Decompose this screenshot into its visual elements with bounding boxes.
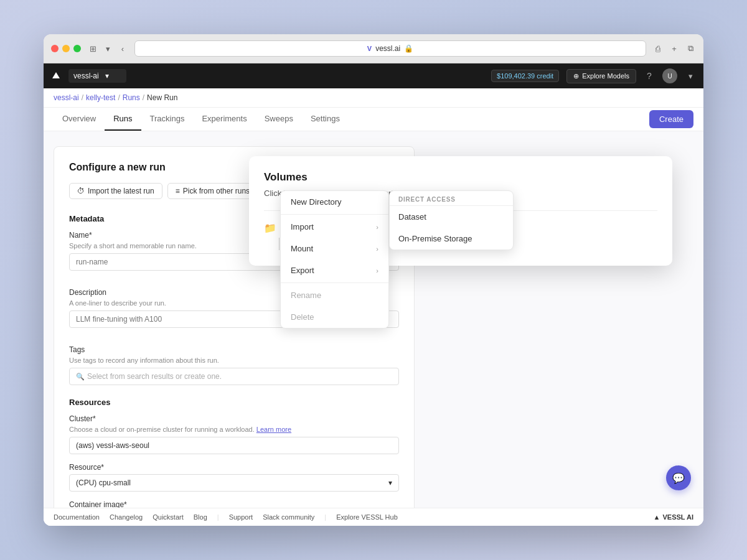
footer-support[interactable]: Support <box>229 513 253 521</box>
search-icon: 🔍 <box>76 373 85 381</box>
on-premise-submenu-item[interactable]: On-Premise Storage <box>390 228 513 250</box>
volumes-title: Volumes <box>264 171 657 184</box>
delete-label: Delete <box>291 312 314 322</box>
tab-settings[interactable]: Settings <box>302 108 349 131</box>
import-latest-button[interactable]: ⏱ Import the latest run <box>69 183 162 199</box>
tab-runs[interactable]: Runs <box>105 108 141 131</box>
chevron-down-icon[interactable]: ▾ <box>102 43 113 54</box>
vessl-logo-icon: ▲ <box>654 513 660 521</box>
top-navigation: vessl-ai ▾ $109,402.39 credit ⊕ Explore … <box>44 63 703 88</box>
org-name: vessl-ai <box>73 72 99 80</box>
explore-models-button[interactable]: ⊕ Explore Models <box>566 69 636 83</box>
svg-marker-0 <box>52 72 60 78</box>
vessl-logo <box>51 71 61 81</box>
breadcrumb-sep-3: / <box>143 93 144 102</box>
export-label: Export <box>291 266 314 275</box>
tab-sweeps[interactable]: Sweeps <box>256 108 302 131</box>
breadcrumb-kelly-test[interactable]: kelly-test <box>86 93 115 102</box>
tags-input[interactable]: 🔍 Select from search results or create o… <box>69 368 399 385</box>
chat-icon: 💬 <box>672 472 685 484</box>
mount-menu-item[interactable]: Mount › <box>281 238 388 259</box>
breadcrumb: vessl-ai / kelly-test / Runs / New Run <box>44 88 703 108</box>
footer-changelog[interactable]: Changelog <box>110 513 143 521</box>
tags-hint: Use tags to record any information about… <box>69 357 399 364</box>
explore-models-icon: ⊕ <box>573 72 579 80</box>
nav-tabs: Overview Runs Trackings Experiments Swee… <box>54 108 649 131</box>
user-avatar[interactable]: U <box>662 68 677 83</box>
delete-menu-item: Delete <box>281 306 388 328</box>
minimize-button[interactable] <box>62 45 70 52</box>
resource-dropdown-icon: ▾ <box>388 478 392 487</box>
export-menu-item[interactable]: Export › <box>281 259 388 281</box>
user-dropdown-icon[interactable]: ▾ <box>685 70 696 82</box>
breadcrumb-current: New Run <box>147 93 177 102</box>
create-button[interactable]: Create <box>649 110 693 128</box>
sidebar-toggle-icon[interactable]: ⊞ <box>87 43 98 54</box>
list-icon: ≡ <box>176 187 180 195</box>
mount-label: Mount <box>291 244 313 253</box>
explore-models-label: Explore Models <box>582 72 629 80</box>
pick-others-button[interactable]: ≡ Pick from other runs <box>167 183 258 199</box>
brand-name: VESSL AI <box>662 513 693 521</box>
credit-amount: $109,402.39 credit <box>497 72 553 80</box>
container-field-block: Container image* Choose a reproducible e… <box>69 500 399 508</box>
address-bar[interactable]: V vessl.ai 🔒 <box>134 40 646 57</box>
footer-documentation[interactable]: Documentation <box>54 513 100 521</box>
browser-right-icons: ⎙ + ⧉ <box>652 43 696 54</box>
clock-icon: ⏱ <box>77 187 85 195</box>
resources-section-title: Resources <box>69 398 399 407</box>
cluster-value[interactable]: (aws) vessl-aws-seoul <box>69 437 399 454</box>
tags-label: Tags <box>69 345 399 354</box>
breadcrumb-sep-1: / <box>82 93 83 102</box>
tab-experiments[interactable]: Experiments <box>193 108 255 131</box>
context-menu: New Directory Import › Mount › Export › <box>280 190 389 329</box>
tab-overview[interactable]: Overview <box>54 108 105 131</box>
traffic-lights <box>51 45 81 52</box>
tree-connector-line <box>279 238 280 250</box>
footer-slack[interactable]: Slack community <box>263 513 314 521</box>
browser-chrome: ⊞ ▾ ‹ V vessl.ai 🔒 ⎙ + ⧉ <box>44 34 703 63</box>
breadcrumb-runs[interactable]: Runs <box>123 93 140 102</box>
credit-badge[interactable]: $109,402.39 credit <box>491 70 559 82</box>
resource-label: Resource* <box>69 463 399 472</box>
pick-others-label: Pick from other runs <box>183 187 250 195</box>
export-chevron-icon: › <box>376 267 378 274</box>
resource-value: (CPU) cpu-small <box>76 478 131 487</box>
org-dropdown-icon: ▾ <box>105 72 109 80</box>
tab-trackings[interactable]: Trackings <box>141 108 194 131</box>
cluster-learn-more-link[interactable]: Learn more <box>256 426 291 433</box>
dataset-submenu-item[interactable]: Dataset <box>390 206 513 228</box>
footer-blog[interactable]: Blog <box>194 513 207 521</box>
new-tab-icon[interactable]: + <box>669 43 680 54</box>
resource-select[interactable]: (CPU) cpu-small ▾ <box>69 474 399 492</box>
share-icon[interactable]: ⎙ <box>652 43 664 54</box>
mount-chevron-icon: › <box>376 245 378 253</box>
cluster-field-block: Cluster* Choose a cloud or on-premise cl… <box>69 414 399 454</box>
address-url: vessl.ai <box>375 44 400 53</box>
context-menu-divider-1 <box>281 214 388 215</box>
tags-placeholder: Select from search results or create one… <box>87 372 222 381</box>
container-label: Container image* <box>69 500 399 508</box>
org-selector[interactable]: vessl-ai ▾ <box>68 69 126 83</box>
chat-button[interactable]: 💬 <box>666 465 691 490</box>
browser-window: ⊞ ▾ ‹ V vessl.ai 🔒 ⎙ + ⧉ vessl-ai ▾ <box>44 34 703 526</box>
new-directory-label: New Directory <box>291 197 342 207</box>
copy-icon[interactable]: ⧉ <box>685 43 696 54</box>
cluster-label: Cluster* <box>69 414 399 423</box>
cluster-hint: Choose a cloud or on-premise cluster for… <box>69 426 399 433</box>
breadcrumb-sep-2: / <box>118 93 120 102</box>
close-button[interactable] <box>51 45 59 52</box>
help-icon[interactable]: ? <box>644 70 655 82</box>
context-menu-divider-2 <box>281 282 388 283</box>
breadcrumb-vessl-ai[interactable]: vessl-ai <box>54 93 79 102</box>
footer-quickstart[interactable]: Quickstart <box>153 513 184 521</box>
new-directory-menu-item[interactable]: New Directory <box>281 191 388 213</box>
resource-field-block: Resource* (CPU) cpu-small ▾ <box>69 463 399 492</box>
volumes-modal: Volumes Click "..." to import, mount, or… <box>249 156 672 266</box>
back-icon[interactable]: ‹ <box>117 43 128 54</box>
import-label: Import <box>291 222 314 231</box>
footer-explore-hub[interactable]: Explore VESSL Hub <box>336 513 398 521</box>
import-menu-item[interactable]: Import › <box>281 216 388 238</box>
maximize-button[interactable] <box>73 45 81 52</box>
submenu-header: DIRECT ACCESS <box>390 191 513 205</box>
